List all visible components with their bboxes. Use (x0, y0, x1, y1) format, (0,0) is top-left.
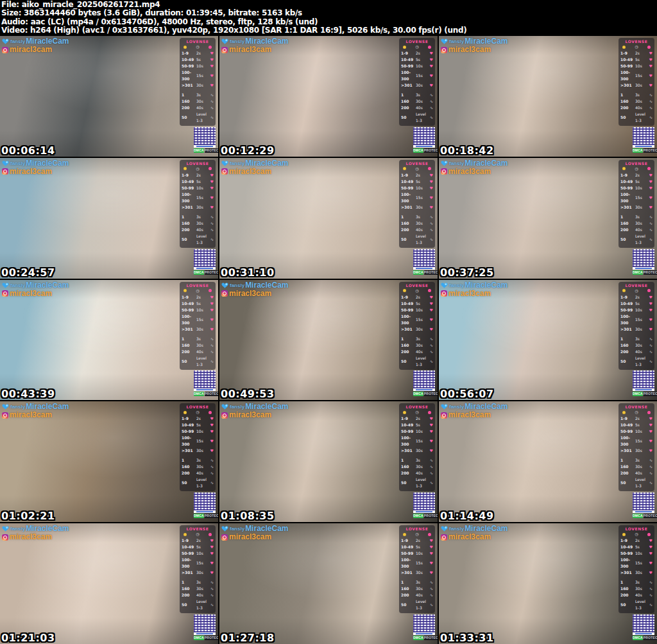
fansly-icon (221, 403, 228, 410)
tier-duration: Level 1-3 (416, 598, 428, 611)
heart-icon: ♥ (428, 537, 433, 544)
lovense-tier-row: 50-9910s♥ (620, 428, 653, 435)
tier-duration: 15s (196, 438, 209, 444)
instagram-handle: miracl3cam (10, 533, 52, 541)
lovense-header-row: ◷ (620, 532, 653, 537)
instagram-handle-line: miracl3cam (441, 411, 508, 419)
lovense-panel: LOVENSE ◷ 1-92s♥10-495s♥50-9910s♥100-300… (180, 160, 216, 248)
qr-caption (194, 632, 216, 635)
lovense-tier-row: 100-30015s♥ (620, 191, 653, 204)
tier-duration: 10s (196, 428, 209, 435)
tier-duration: 2s (196, 172, 209, 178)
lovense-tier-row: 100-30015s♥ (401, 191, 433, 204)
tier-amount: >301 (182, 448, 196, 454)
heart-icon: ♥ (209, 448, 214, 454)
tier-duration: 30s (635, 448, 647, 454)
wave-icon: ∿ (428, 457, 433, 464)
lovense-tier-row: 10-495s♥ (620, 422, 653, 428)
tier-amount: >301 (401, 204, 416, 211)
tier-amount: 10-49 (401, 178, 416, 185)
lovense-rows: 1-92s♥10-495s♥50-9910s♥100-30015s♥>30130… (401, 415, 433, 489)
lovense-tier-row: 16030s∿ (182, 586, 214, 592)
lovense-tier-row: 20040s∿ (620, 349, 653, 355)
tier-duration: 5s (416, 57, 428, 63)
fansly-icon (2, 38, 9, 45)
coin-icon (622, 46, 626, 49)
qr-caption (413, 267, 435, 270)
lovense-tier-row: 10-495s♥ (401, 422, 433, 428)
qr-code-icon (194, 249, 216, 267)
tier-duration: 10s (635, 185, 647, 191)
tier-amount: 200 (401, 592, 416, 598)
fansly-handle-line: fansly MiracleCam (221, 159, 289, 168)
tier-amount: 50 (401, 236, 416, 243)
wave-icon: ∿ (428, 602, 433, 608)
tier-duration: 10s (416, 185, 428, 191)
tier-duration: 30s (196, 342, 209, 349)
coin-icon (183, 46, 187, 49)
heart-icon: ♥ (209, 317, 214, 323)
lovense-rows: 1-92s♥10-495s♥50-9910s♥100-30015s♥>30130… (620, 537, 653, 611)
lovense-tier-row: 20040s∿ (182, 349, 214, 355)
tier-duration: 30s (635, 204, 647, 211)
tier-duration: 15s (635, 438, 647, 444)
lovense-tier-row: 100-30015s♥ (182, 557, 214, 570)
heart-icon: ♥ (209, 326, 214, 333)
lovense-rows: 1-92s♥10-495s♥50-9910s♥100-30015s♥>30130… (182, 537, 214, 611)
wave-icon: ∿ (647, 336, 653, 342)
lovense-title: LOVENSE (182, 405, 214, 410)
tier-amount: 50-99 (182, 185, 196, 191)
tier-amount: 10-49 (620, 178, 635, 185)
lovense-tier-row: 1-92s♥ (620, 415, 653, 422)
lovense-tier-row: 50Level 1-3∿ (182, 233, 214, 246)
lovense-tier-row: 100-30015s♥ (401, 435, 433, 448)
tier-duration: 30s (196, 448, 209, 454)
coin-icon (403, 46, 406, 49)
tier-amount: 10-49 (182, 178, 196, 185)
fansly-handle-line: fansly MiracleCam (221, 281, 289, 290)
wave-icon: ∿ (209, 480, 214, 486)
watermark-handles: fansly MiracleCam miracl3cam (441, 37, 508, 54)
qr-code-icon (194, 614, 216, 632)
tier-amount: 1 (401, 579, 416, 586)
tier-amount: 1 (182, 92, 196, 98)
clock-icon: ◷ (196, 532, 199, 536)
dmca-block: DMCA PROTECTED (413, 370, 435, 396)
lovense-tier-row: >30130s♥ (182, 570, 214, 576)
coin-icon (403, 289, 406, 292)
tier-duration: 10s (416, 63, 428, 69)
wave-icon: ∿ (647, 349, 653, 355)
heart-icon: ♥ (209, 178, 214, 185)
tier-duration: 30s (196, 464, 209, 470)
lovense-header-row: ◷ (182, 166, 214, 172)
tier-amount: 10-49 (620, 422, 635, 428)
fansly-wordmark: fansly (449, 159, 464, 168)
watermark-handles: fansly MiracleCam miracl3cam (2, 403, 69, 419)
qr-code-icon (633, 370, 654, 388)
lovense-title: LOVENSE (182, 527, 214, 532)
tier-amount: 10-49 (182, 544, 196, 550)
tier-duration: 5s (416, 300, 428, 307)
tier-amount: 160 (620, 220, 635, 227)
video-thumbnail: fansly MiracleCam miracl3cam LOVENSE ◷ 1… (219, 158, 438, 279)
vibration-icon (428, 289, 431, 292)
clock-icon: ◷ (635, 167, 638, 171)
lovense-tier-row: 1-92s♥ (401, 172, 433, 178)
heart-icon: ♥ (209, 63, 214, 69)
video-thumbnail: fansly MiracleCam miracl3cam LOVENSE ◷ 1… (439, 158, 657, 279)
clock-icon: ◷ (415, 167, 418, 171)
tier-amount: 1-9 (182, 50, 196, 57)
fansly-wordmark: fansly (230, 403, 244, 411)
lovense-tier-row: 20040s∿ (182, 592, 214, 598)
tier-amount: 1 (182, 336, 196, 342)
tier-duration: 2s (635, 537, 647, 544)
instagram-handle-line: miracl3cam (2, 533, 69, 541)
tier-duration: 5s (416, 544, 428, 550)
instagram-handle-line: miracl3cam (441, 533, 508, 541)
tier-duration: 2s (416, 172, 428, 178)
instagram-icon (441, 534, 447, 541)
heart-icon: ♥ (428, 317, 433, 323)
lovense-tier-row: >30130s♥ (620, 326, 653, 333)
instagram-icon (2, 412, 8, 419)
fansly-icon (221, 282, 228, 289)
